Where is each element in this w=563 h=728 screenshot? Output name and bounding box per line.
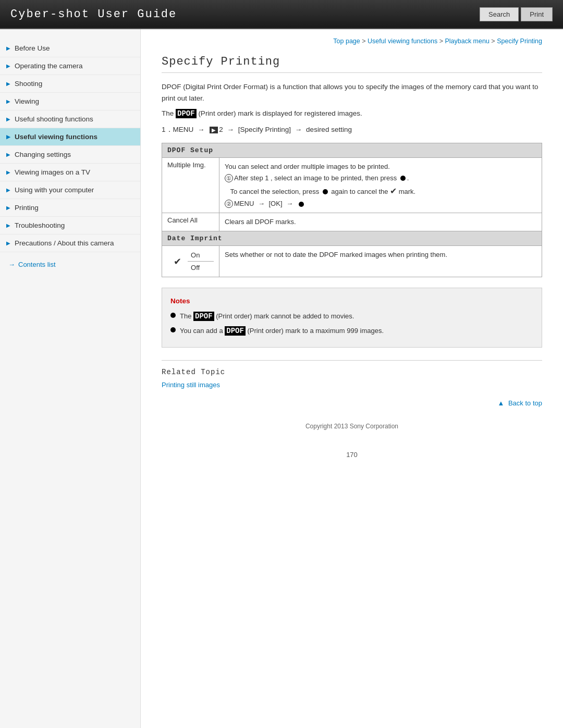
footer-copyright: Copyright 2013 Sony Corporation [305, 423, 398, 430]
circle-2: ② [225, 200, 233, 208]
sidebar-item-label: Useful viewing functions [15, 133, 97, 141]
date-imprint-header: Date Imprint [162, 231, 542, 246]
step-line: 1．MENU → ▶2 → [Specify Printing] → desir… [162, 125, 542, 134]
contents-link-label: Contents list [18, 261, 56, 268]
arrow-icon: ▶ [6, 205, 10, 211]
multiple-img-content: You can select and order multiple images… [219, 157, 542, 213]
sidebar-item-viewing[interactable]: ▶ Viewing [0, 93, 140, 110]
sidebar-item-changing-settings[interactable]: ▶ Changing settings [0, 146, 140, 164]
sidebar-item-viewing-tv[interactable]: ▶ Viewing images on a TV [0, 164, 140, 181]
contents-arrow-icon: → [8, 261, 15, 268]
main-layout: ▶ Before Use ▶ Operating the camera ▶ Sh… [0, 29, 563, 728]
arrow-icon: ▶ [6, 45, 10, 51]
notes-text-2: You can add a DPOF (Print order) mark to… [180, 325, 384, 338]
breadcrumb-playback-menu[interactable]: Playback menu [445, 38, 489, 45]
check-mark-1: ✔ [390, 187, 397, 195]
play-icon: ▶ [210, 127, 218, 133]
sidebar-item-label: Troubleshooting [15, 221, 65, 229]
search-button[interactable]: Search [480, 7, 519, 21]
footer: Copyright 2013 Sony Corporation [162, 417, 542, 446]
arrow-icon: ▶ [6, 240, 10, 246]
arrow-icon: ▶ [6, 169, 10, 175]
sidebar-item-label: Printing [15, 204, 39, 212]
dpof-brand-3: DPOF [225, 326, 246, 336]
intro-text: DPOF (Digital Print Order Format) is a f… [162, 83, 538, 102]
arrow-icon: ▶ [6, 116, 10, 122]
page-title: Specify Printing [162, 55, 542, 73]
sidebar: ▶ Before Use ▶ Operating the camera ▶ Sh… [0, 29, 141, 728]
sidebar-item-useful-viewing[interactable]: ▶ Useful viewing functions [0, 128, 140, 146]
sidebar-item-label: Changing settings [15, 151, 71, 158]
sidebar-item-label: Viewing [15, 97, 39, 105]
multiple-img-label: Multiple Img. [162, 157, 219, 213]
date-imprint-options: ✔ On Off [162, 246, 219, 277]
arrow-icon: ▶ [6, 63, 10, 69]
notes-item-2: You can add a DPOF (Print order) mark to… [170, 325, 533, 338]
back-to-top[interactable]: ▲ Back to top [162, 399, 542, 407]
sidebar-item-label: Using with your computer [15, 186, 94, 194]
sidebar-item-label: Operating the camera [15, 62, 83, 70]
breadcrumb-specify-printing[interactable]: Specify Printing [497, 38, 542, 45]
notes-text-1: The DPOF (Print order) mark cannot be ad… [180, 311, 354, 323]
dpof-mark-line: The DPOF (Print order) mark is displayed… [162, 108, 542, 119]
notes-item-1: The DPOF (Print order) mark cannot be ad… [170, 311, 533, 323]
breadcrumb-useful-viewing[interactable]: Useful viewing functions [368, 38, 437, 45]
notes-section: Notes The DPOF (Print order) mark cannot… [162, 288, 542, 348]
arrow-icon: ▶ [6, 81, 10, 87]
cancel-all-content: Clears all DPOF marks. [219, 213, 542, 231]
back-arrow-icon: ▲ [497, 399, 504, 407]
breadcrumb-sep2: > [439, 38, 445, 45]
intro-paragraph: DPOF (Digital Print Order Format) is a f… [162, 81, 542, 104]
notes-bullet-1 [170, 313, 176, 318]
arrow-icon: ▶ [6, 98, 10, 104]
table-row-date-imprint: ✔ On Off Sets whether or not to date the… [162, 246, 542, 277]
sidebar-item-label: Before Use [15, 44, 50, 52]
sidebar-item-printing[interactable]: ▶ Printing [0, 199, 140, 217]
sidebar-item-label: Precautions / About this camera [15, 239, 114, 247]
related-topic-section: Related Topic Printing still images [162, 360, 542, 389]
date-imprint-content: Sets whether or not to date the DPOF mar… [219, 246, 542, 277]
dpof-brand-2: DPOF [193, 312, 214, 321]
sidebar-item-before-use[interactable]: ▶ Before Use [0, 40, 140, 57]
arrow-icon: ▶ [6, 134, 10, 140]
sidebar-item-precautions[interactable]: ▶ Precautions / About this camera [0, 235, 140, 252]
sidebar-item-operating-camera[interactable]: ▶ Operating the camera [0, 57, 140, 75]
app-title: Cyber-shot User Guide [10, 8, 177, 21]
sidebar-item-label: Viewing images on a TV [15, 168, 90, 176]
notes-title: Notes [170, 295, 533, 307]
breadcrumb-sep: > [362, 38, 368, 45]
breadcrumb-top[interactable]: Top page [333, 38, 360, 45]
dpof-brand-1: DPOF [176, 109, 197, 118]
sidebar-item-useful-shooting[interactable]: ▶ Useful shooting functions [0, 110, 140, 128]
breadcrumb: Top page > Useful viewing functions > Pl… [162, 38, 542, 45]
header-buttons: Search Print [480, 7, 553, 21]
table-row-multiple-img: Multiple Img. You can select and order m… [162, 157, 542, 213]
sidebar-item-shooting[interactable]: ▶ Shooting [0, 75, 140, 93]
sidebar-item-troubleshooting[interactable]: ▶ Troubleshooting [0, 217, 140, 235]
print-button[interactable]: Print [521, 7, 553, 21]
bullet-circle-3 [299, 202, 304, 207]
table-row-cancel-all: Cancel All Clears all DPOF marks. [162, 213, 542, 231]
arrow-icon: ▶ [6, 187, 10, 193]
header: Cyber-shot User Guide Search Print [0, 0, 563, 29]
dpof-table: DPOF Setup Multiple Img. You can select … [162, 143, 542, 278]
sidebar-item-label: Useful shooting functions [15, 115, 93, 123]
back-to-top-label: Back to top [508, 399, 542, 407]
page-number: 170 [162, 446, 542, 459]
bullet-circle-1 [400, 176, 406, 181]
cancel-all-label: Cancel All [162, 213, 219, 231]
related-topic-link[interactable]: Printing still images [162, 381, 220, 389]
circle-1: ① [225, 174, 233, 182]
breadcrumb-sep3: > [491, 38, 497, 45]
sidebar-item-label: Shooting [15, 80, 42, 88]
contents-list-link[interactable]: → Contents list [0, 254, 140, 275]
arrow-icon: ▶ [6, 152, 10, 157]
table-row-date-header: Date Imprint [162, 231, 542, 246]
notes-bullet-2 [170, 327, 176, 332]
main-content: Top page > Useful viewing functions > Pl… [141, 29, 563, 728]
bullet-circle-2 [323, 189, 328, 194]
arrow-icon: ▶ [6, 223, 10, 228]
dpof-setup-header: DPOF Setup [162, 143, 542, 157]
sidebar-item-using-computer[interactable]: ▶ Using with your computer [0, 181, 140, 199]
related-topic-title: Related Topic [162, 368, 542, 376]
